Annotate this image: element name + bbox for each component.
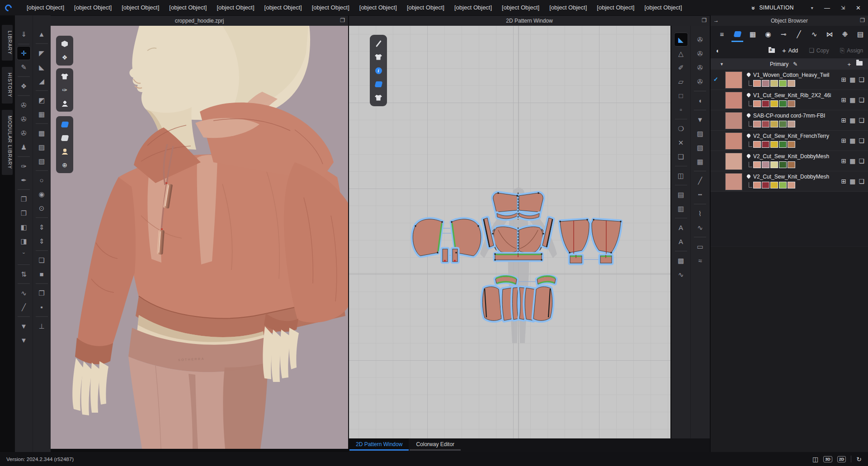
add-button[interactable]: +Add — [782, 47, 798, 54]
ruler-icon[interactable]: ▥ — [674, 202, 688, 216]
text-a-icon[interactable]: A — [674, 221, 688, 235]
colorway-chip[interactable] — [788, 100, 795, 107]
scene-3d[interactable]: SOTHERRA — [51, 26, 348, 449]
show-avatar-icon[interactable] — [57, 97, 72, 110]
flatten-icon[interactable]: ❐ — [17, 192, 31, 206]
iron-icon[interactable]: ◖ — [693, 94, 707, 108]
fabric-roll-icon[interactable] — [371, 77, 386, 91]
colorway-chip[interactable] — [779, 141, 787, 148]
V1_Cut_Sew_Knit_Rib_2X2_468[interactable]: ⊞ — [841, 96, 846, 104]
colorway-chip[interactable] — [753, 161, 761, 168]
close-button[interactable]: ✕ — [856, 5, 861, 11]
shirt-check-2-icon[interactable]: ▧ — [35, 154, 49, 168]
fabric-icon[interactable] — [730, 28, 745, 41]
colorway-chip[interactable] — [762, 121, 769, 127]
fabric-name[interactable]: V1_Cut_Sew_Knit_Rib_2X2_468 — [753, 92, 831, 99]
segment-sewing-icon[interactable]: ✇ — [693, 47, 707, 61]
select-curve-icon[interactable]: ✎ — [17, 60, 31, 74]
colorway-chip[interactable] — [779, 121, 787, 127]
colorway-chip[interactable] — [770, 161, 778, 168]
text-a-small-icon[interactable]: A — [674, 235, 688, 249]
fabric-item[interactable]: V1_Cut_Sew_Knit_Rib_2X2_468 — [711, 90, 868, 110]
measure-garment-icon[interactable]: ⇅ — [17, 267, 31, 281]
pattern-canvas-2d[interactable]: i — [349, 26, 670, 438]
edit-curve-icon[interactable]: ✐ — [674, 61, 688, 75]
fabric-group-header[interactable]: ▼ Primary ✎ + — [711, 59, 868, 70]
rectangle-icon[interactable]: □ — [674, 89, 688, 103]
move-icon[interactable]: ✛ — [17, 46, 31, 60]
fabric-list-icon[interactable]: ≡ — [714, 28, 730, 41]
colorway-chip[interactable] — [770, 100, 778, 107]
transform-pattern-icon[interactable]: ◣ — [674, 33, 688, 47]
V1_Woven_Cotton_Heavy_Twil[interactable]: ❏ — [859, 76, 864, 83]
colorway-chip[interactable] — [753, 80, 761, 87]
popout-icon[interactable]: ❐ — [340, 17, 345, 24]
zipper-icon[interactable]: ⇕ — [35, 220, 49, 234]
shirt-check-icon[interactable]: ▨ — [35, 140, 49, 154]
steam-roll-icon[interactable]: ▨ — [693, 127, 707, 141]
info-icon[interactable]: i — [371, 64, 386, 77]
V2_Cut_Sew_Knit_DobbyMesh[interactable]: ▦ — [849, 157, 855, 165]
colorway-chip[interactable] — [788, 80, 795, 87]
fabric-name[interactable]: SAB-CP-round cord-7mm-FBI — [753, 113, 831, 119]
fabric-item[interactable]: V2_Cut_Sew_Knit_FrenchTerry — [711, 131, 868, 151]
menu-item[interactable]: [object Object] — [354, 0, 402, 15]
texture-grid-icon[interactable]: ▩ — [674, 254, 688, 268]
menu-item[interactable]: [object Object] — [164, 0, 212, 15]
fabric-item[interactable]: SAB-CP-round cord-7mm-FBI — [711, 110, 868, 131]
colorway-chip[interactable] — [753, 100, 761, 107]
mirror-icon[interactable]: ◫ — [674, 169, 688, 183]
simulate-icon[interactable]: ⇓ — [17, 27, 31, 41]
button-ghost-icon[interactable]: ○ — [35, 173, 49, 187]
menu-item[interactable]: [object Object] — [307, 0, 354, 15]
tape-icon[interactable]: ▤ — [853, 28, 868, 41]
zipper-solid-icon[interactable]: ⇕ — [35, 234, 49, 248]
menu-item[interactable]: [object Object] — [592, 0, 639, 15]
colorway-chip[interactable] — [770, 121, 778, 127]
polygon-icon[interactable]: ▱ — [674, 75, 688, 89]
fabric-swatch[interactable] — [725, 173, 742, 190]
collapse-icon[interactable]: ˇ — [17, 248, 31, 262]
V2_Cut_Sew_Knit_FrenchTerry[interactable]: ❏ — [859, 137, 864, 144]
view-2d-button[interactable]: 2D — [837, 456, 846, 462]
show-garment-icon[interactable] — [57, 70, 72, 83]
colorway-chip[interactable] — [788, 161, 795, 168]
split-view-icon[interactable]: ◫ — [812, 456, 818, 463]
minimize-button[interactable]: — — [824, 5, 830, 11]
garment-solid-2-icon[interactable]: ◢ — [35, 74, 49, 88]
tape-curve-icon[interactable]: ∿ — [17, 286, 31, 300]
trim-roll-icon[interactable]: ❏ — [35, 253, 49, 267]
fabric-swatch[interactable] — [725, 112, 742, 129]
colorway-chip[interactable] — [762, 161, 769, 168]
button-icon[interactable]: ◉ — [35, 187, 49, 201]
fabric-swatch[interactable] — [725, 71, 742, 89]
wire-globe-icon[interactable]: ⊕ — [57, 158, 72, 172]
colorway-chip[interactable] — [779, 100, 787, 107]
colorway-chip[interactable] — [762, 141, 769, 148]
V2_Cut_Sew_Knit_FrenchTerry[interactable]: ⊞ — [841, 137, 846, 144]
trim-icon[interactable]: ❉ — [837, 28, 853, 41]
fabric-swatch[interactable] — [725, 92, 742, 109]
seam-tape-icon[interactable]: ▤ — [674, 188, 688, 202]
colorway-chip[interactable] — [753, 121, 761, 127]
fabric-swatch[interactable] — [725, 153, 742, 170]
V2_Cut_Sew_Knit_DobbyMesh[interactable]: ▦ — [849, 178, 855, 185]
colorway-chip[interactable] — [762, 182, 769, 188]
free-sewing-icon[interactable]: ✇ — [693, 61, 707, 75]
trace-icon[interactable]: ❏ — [674, 150, 688, 164]
button-icon[interactable]: ◉ — [760, 28, 776, 41]
menu-item[interactable]: [object Object] — [117, 0, 164, 15]
fabric-item[interactable]: ✓ V1_Woven_Cotton_Heavy_Twil — [711, 70, 868, 90]
pin-icon[interactable]: ⊸ — [776, 28, 791, 41]
collapse-caret-icon[interactable]: ▼ — [720, 62, 724, 66]
colorway-chip[interactable] — [788, 182, 795, 188]
pin-tack-icon[interactable]: ✑ — [57, 83, 72, 97]
menu-item[interactable]: [object Object] — [449, 0, 497, 15]
avatar-head-icon[interactable] — [57, 145, 72, 158]
render-cube-icon[interactable] — [57, 37, 72, 51]
add-group-icon[interactable]: + — [847, 61, 851, 68]
fabric-name[interactable]: V1_Woven_Cotton_Heavy_Twil — [753, 72, 831, 78]
jacket-icon[interactable]: ❒ — [17, 206, 31, 220]
popout-icon[interactable]: ❐ — [702, 17, 707, 24]
menu-item[interactable]: [object Object] — [69, 0, 117, 15]
